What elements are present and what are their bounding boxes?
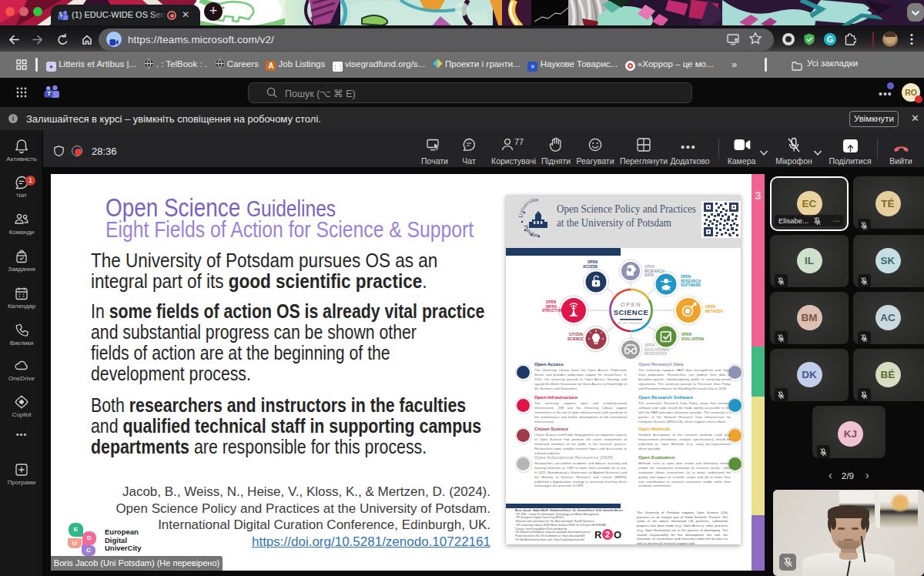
svg-text:OPEN: OPEN <box>644 265 655 269</box>
svg-text:OPEN: OPEN <box>681 333 692 337</box>
svg-text:STRUCTURE: STRUCTURE <box>542 309 564 313</box>
svg-text:DATA: DATA <box>644 273 654 277</box>
svg-text:OPEN: OPEN <box>681 275 691 279</box>
svg-text:RESEARCH: RESEARCH <box>681 280 701 283</box>
svg-text:O: O <box>614 529 621 541</box>
svg-text:ACCESS: ACCESS <box>583 265 598 269</box>
svg-text:EDUCATIONAL: EDUCATIONAL <box>644 348 670 352</box>
svg-text:SCIENCE: SCIENCE <box>567 337 583 341</box>
svg-text:2: 2 <box>605 530 610 539</box>
svg-text:CITIZEN: CITIZEN <box>569 333 584 337</box>
svg-text:R: R <box>594 529 602 541</box>
svg-text:OPEN: OPEN <box>705 305 716 309</box>
svg-text:EVALUATION: EVALUATION <box>681 337 705 341</box>
svg-text:METHODS: METHODS <box>705 310 723 313</box>
svg-text:T: T <box>47 90 51 97</box>
svg-text:OPEN: OPEN <box>621 301 641 308</box>
svg-text:SCIENCE: SCIENCE <box>614 308 649 316</box>
svg-text:OPEN: OPEN <box>644 343 655 347</box>
svg-text:SOFTWARE: SOFTWARE <box>681 283 701 287</box>
svg-text:OPEN: OPEN <box>588 260 598 264</box>
svg-text:RESOURCES: RESOURCES <box>644 352 667 356</box>
svg-text:RESEARCH: RESEARCH <box>644 270 665 273</box>
svg-text:OPEN: OPEN <box>546 300 557 304</box>
svg-text:INFRA-: INFRA- <box>546 305 558 309</box>
svg-text:AT THE UNIVERSITY: AT THE UNIVERSITY <box>618 322 644 325</box>
